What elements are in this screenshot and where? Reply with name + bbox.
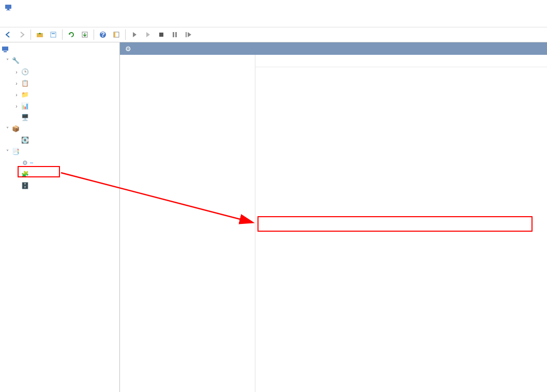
up-folder-button[interactable] <box>34 28 46 41</box>
tree-disk-mgmt[interactable]: 💽 <box>0 134 119 146</box>
tree-event-viewer[interactable]: › 📋 <box>0 78 119 89</box>
svg-rect-14 <box>186 32 187 37</box>
export-button[interactable] <box>79 28 91 41</box>
services-list[interactable] <box>255 55 547 392</box>
expand-icon[interactable]: › <box>12 92 21 98</box>
app-icon <box>4 3 12 11</box>
apps-icon: 📑 <box>11 147 20 156</box>
disk-icon: 💽 <box>21 136 29 144</box>
toolbar-sep <box>31 29 31 40</box>
gear-icon: ⚙ <box>125 45 131 53</box>
menu-bar <box>0 14 547 27</box>
refresh-button[interactable] <box>65 28 78 41</box>
tree-services[interactable]: ⚙ <box>0 157 119 169</box>
panel-button[interactable] <box>110 28 123 41</box>
tree-sql[interactable]: 🗄️ <box>0 180 119 191</box>
expand-icon[interactable]: › <box>12 69 21 75</box>
wmi-icon: 🧩 <box>21 170 29 178</box>
main-area: ˅ 🔧 › 🕒 › 📋 › 📁 › 📊 🖥️ ˅ <box>0 42 547 392</box>
back-button[interactable] <box>2 28 14 41</box>
tree-panel[interactable]: ˅ 🔧 › 🕒 › 📋 › 📁 › 📊 🖥️ ˅ <box>0 42 120 392</box>
collapse-icon[interactable]: ˅ <box>3 126 11 132</box>
tree-root[interactable] <box>0 43 119 55</box>
restart-button[interactable] <box>182 28 194 41</box>
svg-rect-12 <box>173 32 174 37</box>
storage-icon: 📦 <box>11 125 20 133</box>
svg-rect-11 <box>159 33 163 37</box>
svg-rect-10 <box>114 32 115 37</box>
perf-icon: 📊 <box>21 102 29 110</box>
tree-device-mgr[interactable]: 🖥️ <box>0 112 119 123</box>
collapse-icon[interactable]: ˅ <box>3 58 11 64</box>
clock-icon: 🕒 <box>21 68 29 76</box>
tree-svc-apps[interactable]: ˅ 📑 <box>0 146 119 157</box>
toolbar-sep <box>62 29 63 40</box>
collapse-icon[interactable]: ˅ <box>3 149 11 155</box>
right-panel: ⚙ <box>120 42 547 392</box>
pause-button[interactable] <box>169 28 181 41</box>
tree-shared-folders[interactable]: › 📁 <box>0 89 119 100</box>
services-header: ⚙ <box>120 42 547 55</box>
tree-task-scheduler[interactable]: › 🕒 <box>0 66 119 78</box>
tree-storage[interactable]: ˅ 📦 <box>0 123 119 134</box>
title-bar <box>0 0 547 14</box>
svg-rect-16 <box>4 51 7 52</box>
tree-services-label <box>30 162 33 163</box>
list-header <box>255 55 547 67</box>
toolbar-sep <box>125 29 126 40</box>
description-pane <box>120 55 255 392</box>
help-button[interactable]: ? <box>97 28 109 41</box>
stop-button[interactable] <box>155 28 168 41</box>
svg-text:?: ? <box>101 31 105 38</box>
tree-wmi[interactable]: 🧩 <box>0 169 119 180</box>
svg-rect-2 <box>6 10 10 10</box>
svg-rect-15 <box>2 47 8 51</box>
event-icon: 📋 <box>21 79 29 87</box>
properties-button[interactable] <box>47 28 59 41</box>
play-button[interactable] <box>128 28 141 41</box>
expand-icon[interactable]: › <box>12 103 21 109</box>
svg-rect-13 <box>175 32 177 37</box>
expand-icon[interactable]: › <box>12 81 21 86</box>
toolbar: ? <box>0 27 547 42</box>
wrench-icon: 🔧 <box>11 56 20 65</box>
toolbar-sep <box>94 29 94 40</box>
tree-systools[interactable]: ˅ 🔧 <box>0 55 119 66</box>
computer-icon <box>1 45 9 53</box>
gear-icon: ⚙ <box>21 159 29 167</box>
folder-icon: 📁 <box>21 91 29 99</box>
svg-rect-0 <box>5 5 11 9</box>
device-icon: 🖥️ <box>21 113 29 122</box>
forward-button[interactable] <box>16 28 28 41</box>
svg-rect-4 <box>51 32 56 37</box>
sql-icon: 🗄️ <box>21 182 29 190</box>
svg-rect-1 <box>7 9 9 10</box>
tree-performance[interactable]: › 📊 <box>0 100 119 112</box>
play2-button[interactable] <box>142 28 154 41</box>
svg-rect-5 <box>52 33 55 34</box>
